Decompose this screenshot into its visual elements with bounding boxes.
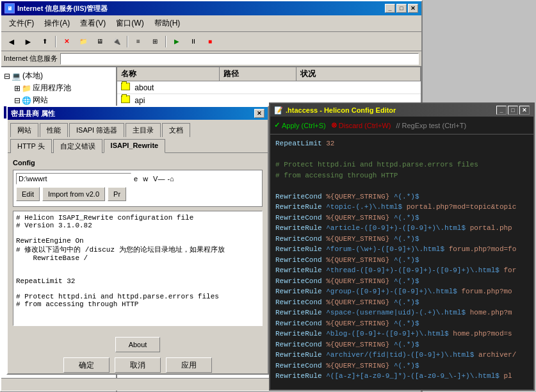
- tree-expand-websites: ⊟: [14, 96, 20, 105]
- code-line-11: RewriteCond %{QUERY_STRING} ^(.*)$: [275, 255, 528, 266]
- list-row-about[interactable]: about: [117, 81, 421, 94]
- apply-button[interactable]: 应用: [166, 357, 212, 373]
- code-line-18: RewriteRule ^blog-([0-9]+-([0-9]+)\.html…: [275, 329, 528, 339]
- config-group: e w V— -⌂ Edit Import from v2.0 Pr: [13, 170, 263, 207]
- code-line-8: RewriteRule ^article-([0-9]+)-([0-9]+)\.…: [275, 223, 528, 234]
- code-line-16: RewriteRule ^space-(username|uid)-(.+)\.…: [275, 307, 528, 318]
- list-btn[interactable]: ≡: [131, 35, 146, 49]
- list-cell-path-api: [220, 100, 296, 101]
- config-trail: -⌂: [167, 175, 174, 183]
- bottom-buttons: 确定 取消 应用: [63, 357, 212, 373]
- stop-btn2[interactable]: ■: [202, 35, 218, 49]
- check-icon: ✓: [274, 121, 280, 129]
- code-line-12: RewriteRule ^thread-([0-9]+)-([0-9]+)-([…: [275, 265, 528, 276]
- detail-btn[interactable]: ⊞: [147, 35, 163, 49]
- disconnect-btn[interactable]: 🔌: [109, 35, 124, 49]
- config-path-input[interactable]: [16, 173, 131, 184]
- regexp-test-button[interactable]: // RegExp test (Ctrl+T): [396, 122, 466, 129]
- tabs-bar: 网站 性能 ISAPI 筛选器 主目录 文档: [8, 120, 268, 136]
- connect-btn[interactable]: 🖥: [92, 35, 108, 49]
- iis-window-icon: 🖥: [4, 3, 15, 13]
- menu-file[interactable]: 文件(F): [4, 17, 39, 30]
- list-header: 名称 路径 状况: [117, 67, 421, 81]
- start-btn[interactable]: ▶: [169, 35, 184, 49]
- dialog-body: Config e w V— -⌂ Edit Import from v2.0 P…: [8, 152, 268, 333]
- tree-root[interactable]: ⊟ 💻 (本地): [4, 70, 113, 82]
- edit-button[interactable]: Edit: [16, 187, 40, 201]
- tab-website[interactable]: 网站: [10, 123, 38, 137]
- close-button[interactable]: ✕: [408, 4, 418, 13]
- code-line-9: RewriteCond %{QUERY_STRING} ^(.*)$: [275, 234, 528, 245]
- menu-bar: 文件(F) 操作(A) 查看(V) 窗口(W) 帮助(H): [1, 15, 421, 32]
- code-line-14: RewriteRule ^group-([0-9]+)-([0-9]+)\.ht…: [275, 286, 528, 297]
- forward-button[interactable]: ►: [20, 35, 36, 49]
- import-button[interactable]: Import from v2.0: [42, 187, 105, 201]
- code-line-20: RewriteRule ^archiver/(fid|tid)-([0-9]+)…: [275, 350, 528, 361]
- list-cell-status-about: [296, 87, 421, 88]
- dialog-close-button[interactable]: ✕: [254, 109, 264, 118]
- stop-button[interactable]: ✕: [59, 35, 74, 49]
- computer-icon: 💻: [12, 72, 21, 81]
- pr-button[interactable]: Pr: [108, 187, 126, 201]
- about-button[interactable]: About: [115, 337, 161, 352]
- tab-http-head[interactable]: HTTP 头: [10, 139, 52, 153]
- menu-help[interactable]: 帮助(H): [149, 17, 186, 30]
- tab-doc[interactable]: 文档: [162, 123, 190, 137]
- list-cell-status-api: [296, 100, 421, 101]
- helicon-title-text: .htaccess - Helicon Config Editor: [286, 106, 396, 114]
- code-line-0: RepeatLimit 32: [275, 138, 528, 149]
- tree-label-apppool: 应用程序池: [33, 83, 71, 94]
- code-line-10: RewriteRule ^forum-(\w+)-([0-9]+)\.html$…: [275, 244, 528, 255]
- apply-config-button[interactable]: ✓ Apply (Ctrl+S): [274, 121, 326, 129]
- menu-view[interactable]: 查看(V): [75, 17, 111, 30]
- helicon-close-button[interactable]: ✕: [519, 106, 530, 115]
- code-line-13: RewriteCond %{QUERY_STRING} ^(.*)$: [275, 276, 528, 287]
- list-cell-name-api: api: [117, 95, 220, 106]
- folder-btn[interactable]: 📁: [76, 35, 91, 49]
- up-button[interactable]: ⬆: [37, 35, 53, 49]
- address-label: Internet 信息服务: [4, 54, 58, 63]
- dialog-title-bar: 密县县商 属性 ✕: [8, 107, 268, 120]
- col-header-name[interactable]: 名称: [117, 67, 220, 81]
- cancel-button[interactable]: 取消: [115, 357, 161, 373]
- address-bar: Internet 信息服务: [1, 51, 421, 67]
- config-sep2: w: [143, 175, 148, 183]
- back-button[interactable]: ◄: [4, 35, 19, 49]
- regexp-test-label: RegExp test (Ctrl+T): [402, 122, 467, 129]
- discard-config-button[interactable]: ⊗ Discard (Ctrl+W): [331, 121, 391, 129]
- apply-config-label: Apply (Ctrl+S): [282, 122, 326, 129]
- iis-title-bar: 🖥 Internet 信息服务(IIS)管理器 _ □ ✕: [1, 1, 421, 15]
- config-textarea[interactable]: # Helicon ISAPI_Rewrite configuration fi…: [13, 211, 263, 326]
- col-header-path[interactable]: 路径: [220, 67, 296, 81]
- restore-button[interactable]: □: [396, 4, 407, 13]
- config-val: V—: [153, 175, 165, 183]
- col-header-status[interactable]: 状况: [296, 67, 421, 81]
- minimize-button[interactable]: _: [385, 4, 395, 13]
- code-line-15: RewriteCond %{QUERY_STRING} ^(.*)$: [275, 297, 528, 308]
- code-line-19: RewriteCond %{QUERY_STRING} ^(.*)$: [275, 339, 528, 350]
- tab-custom-error[interactable]: 自定义错误: [53, 139, 102, 153]
- tree-label-websites: 网站: [33, 95, 48, 106]
- tab-home-dir[interactable]: 主目录: [126, 123, 161, 137]
- helicon-minimize-button[interactable]: _: [496, 106, 507, 115]
- menu-action[interactable]: 操作(A): [39, 17, 75, 30]
- code-line-3: # from accessing through HTTP: [275, 170, 528, 181]
- toolbar-separator-3: [165, 36, 166, 47]
- helicon-restore-button[interactable]: □: [508, 106, 518, 115]
- menu-window[interactable]: 窗口(W): [111, 17, 149, 30]
- pause-btn[interactable]: ⏸: [186, 35, 201, 49]
- tab-isapi-rewrite[interactable]: ISAPI_Rewrite: [104, 139, 166, 153]
- tree-websites[interactable]: ⊟ 🌐 网站: [4, 94, 113, 106]
- list-cell-path-about: [220, 87, 296, 88]
- helicon-code-editor[interactable]: RepeatLimit 32 # Protect httpd.ini and h…: [270, 135, 533, 389]
- code-line-5: RewriteCond %{QUERY_STRING} ^(.*)$: [275, 192, 528, 202]
- code-line-21: RewriteCond %{QUERY_STRING} ^(.*)$: [275, 361, 528, 372]
- config-buttons-row: Edit Import from v2.0 Pr: [16, 187, 259, 201]
- ok-button[interactable]: 确定: [63, 357, 110, 373]
- tree-app-pools[interactable]: ⊞ 📁 应用程序池: [4, 82, 113, 94]
- properties-dialog: 密县县商 属性 ✕ 网站 性能 ISAPI 筛选器 主目录 文档 HTTP 头 …: [6, 106, 269, 375]
- tab-isapi-filter[interactable]: ISAPI 筛选器: [69, 123, 124, 137]
- tab-performance[interactable]: 性能: [40, 123, 68, 137]
- address-input[interactable]: [60, 53, 419, 65]
- helicon-toolbar: ✓ Apply (Ctrl+S) ⊗ Discard (Ctrl+W) // R…: [270, 117, 533, 135]
